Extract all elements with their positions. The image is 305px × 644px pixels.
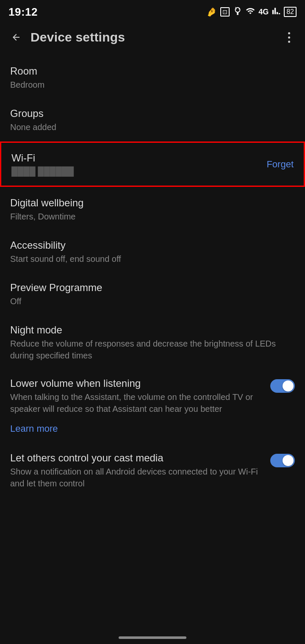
status-icons: 🤌 ⊡ 4G 82	[206, 6, 297, 17]
page-title: Device settings	[30, 30, 280, 44]
more-options-icon	[288, 32, 290, 43]
hand-icon: 🤌	[206, 7, 217, 17]
preview-programme-subtitle: Off	[10, 295, 295, 307]
accessibility-setting[interactable]: Accessibility Start sound off, end sound…	[0, 230, 305, 272]
battery-icon: 82	[284, 7, 297, 17]
wifi-network-name: ████ ██████	[11, 167, 260, 176]
wifi-info: Wi-Fi ████ ██████	[11, 152, 260, 176]
wifi-forget-button[interactable]: Forget	[266, 159, 294, 170]
status-bar: 19:12 🤌 ⊡ 4G 82	[0, 0, 305, 22]
night-mode-title: Night mode	[10, 324, 295, 336]
network-type-icon: 4G	[258, 8, 269, 17]
toolbar: Device settings	[0, 22, 305, 53]
digital-wellbeing-subtitle: Filters, Downtime	[10, 211, 295, 222]
night-mode-subtitle: Reduce the volume of responses and decre…	[10, 338, 295, 361]
night-mode-setting[interactable]: Night mode Reduce the volume of response…	[0, 315, 305, 369]
status-time: 19:12	[8, 6, 38, 19]
home-indicator[interactable]	[119, 636, 186, 639]
lower-volume-subtitle: When talking to the Assistant, the volum…	[10, 391, 263, 415]
groups-setting[interactable]: Groups None added	[0, 98, 305, 141]
let-others-title: Let others control your cast media	[10, 452, 263, 464]
back-button[interactable]	[7, 28, 25, 47]
let-others-subtitle: Show a notification on all Android devic…	[10, 466, 263, 489]
alarm-icon	[233, 6, 242, 17]
groups-value: None added	[10, 121, 295, 133]
let-others-toggle[interactable]	[270, 454, 295, 467]
room-title: Room	[10, 65, 295, 77]
clipboard-icon: ⊡	[220, 7, 230, 17]
let-others-toggle-knob	[283, 455, 294, 466]
room-setting[interactable]: Room Bedroom	[0, 56, 305, 98]
wifi-status-icon	[246, 6, 255, 17]
learn-more-link[interactable]: Learn more	[10, 420, 58, 436]
settings-list: Room Bedroom Groups None added Wi-Fi ███…	[0, 53, 305, 497]
lower-volume-info: Lower volume when listening When talking…	[10, 378, 263, 436]
preview-programme-title: Preview Programme	[10, 282, 295, 294]
wifi-setting[interactable]: Wi-Fi ████ ██████ Forget	[0, 142, 305, 187]
lower-volume-toggle[interactable]	[270, 379, 295, 393]
digital-wellbeing-title: Digital wellbeing	[10, 197, 295, 209]
lower-volume-toggle-knob	[283, 380, 294, 391]
lower-volume-setting[interactable]: Lower volume when listening When talking…	[0, 369, 305, 444]
wifi-title: Wi-Fi	[11, 152, 260, 164]
digital-wellbeing-setting[interactable]: Digital wellbeing Filters, Downtime	[0, 188, 305, 230]
signal-icon	[272, 6, 280, 17]
room-value: Bedroom	[10, 79, 295, 91]
accessibility-title: Accessibility	[10, 239, 295, 251]
accessibility-subtitle: Start sound off, end sound off	[10, 253, 295, 265]
more-options-button[interactable]	[280, 28, 298, 47]
let-others-setting[interactable]: Let others control your cast media Show …	[0, 444, 305, 497]
preview-programme-setting[interactable]: Preview Programme Off	[0, 272, 305, 315]
let-others-info: Let others control your cast media Show …	[10, 452, 263, 489]
groups-title: Groups	[10, 108, 295, 119]
lower-volume-title: Lower volume when listening	[10, 378, 263, 389]
